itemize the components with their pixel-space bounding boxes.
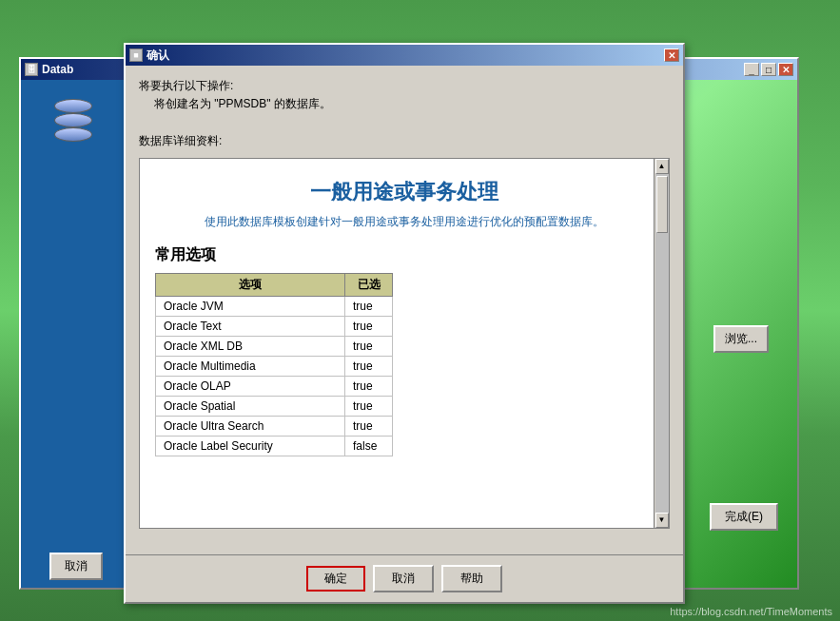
dialog-close-button[interactable]: ✕ [664,49,679,62]
dialog-titlebar: ■ 确认 ✕ [126,45,683,66]
db-stack [54,99,102,156]
table-row: Oracle Spatialtrue [156,396,393,416]
main-subtitle: 使用此数据库模板创建针对一般用途或事务处理用途进行优化的预配置数据库。 [155,214,654,230]
option-name: Oracle Label Security [156,436,345,456]
scroll-up-arrow[interactable]: ▲ [655,159,669,174]
dialog-title: 确认 [147,48,169,64]
database-icon [49,99,107,175]
option-selected: true [345,396,393,416]
option-selected: false [345,436,393,456]
scrollbar-track [655,174,669,513]
scrollbar-thumb[interactable] [656,176,668,233]
bg-minimize-button[interactable]: _ [744,63,759,76]
table-row: Oracle Label Securityfalse [156,436,393,456]
option-name: Oracle XML DB [156,336,345,356]
col-selected-header: 已选 [345,273,393,296]
scroll-content: 一般用途或事务处理 使用此数据库模板创建针对一般用途或事务处理用途进行优化的预配… [140,159,669,528]
option-name: Oracle Multimedia [156,356,345,376]
table-row: Oracle Ultra Searchtrue [156,416,393,436]
bg-close-button[interactable]: ✕ [778,63,793,76]
bg-left-panel [21,80,135,588]
option-name: Oracle JVM [156,296,345,316]
main-title: 一般用途或事务处理 [155,178,654,206]
browse-button[interactable]: 浏览... [713,325,769,353]
dialog-footer: 确定 取消 帮助 [126,554,683,602]
table-row: Oracle JVMtrue [156,296,393,316]
bg-window-icon: 🗄 [25,63,38,76]
option-selected: true [345,316,393,336]
option-name: Oracle OLAP [156,376,345,396]
dialog-title-icon: ■ [129,49,143,62]
confirm-dialog: ■ 确认 ✕ 将要执行以下操作: 将创建名为 "PPMSDB" 的数据库。 数据… [124,43,685,604]
confirm-button[interactable]: 确定 [306,566,365,592]
option-selected: true [345,416,393,436]
table-row: Oracle XML DBtrue [156,336,393,356]
finish-button[interactable]: 完成(E) [710,503,778,531]
option-selected: true [345,336,393,356]
intro-line3: 数据库详细资料: [139,132,670,150]
bg-cancel-button[interactable]: 取消 [49,553,103,580]
watermark: https://blog.csdn.net/TimeMoments [670,606,832,617]
section-title: 常用选项 [155,245,654,265]
db-cylinder-2 [54,113,92,127]
col-option-header: 选项 [156,273,345,296]
bg-window-title: Datab [42,63,73,76]
db-cylinder-3 [54,127,92,142]
scrollbar[interactable]: ▲ ▼ [654,159,669,528]
option-name: Oracle Text [156,316,345,336]
help-button[interactable]: 帮助 [441,565,502,592]
table-row: Oracle Multimediatrue [156,356,393,376]
db-cylinder-1 [54,99,92,113]
intro-line1: 将要执行以下操作: [139,77,670,95]
option-name: Oracle Ultra Search [156,416,345,436]
dialog-intro-text: 将要执行以下操作: 将创建名为 "PPMSDB" 的数据库。 数据库详细资料: [139,77,670,150]
scrollable-content-area: 一般用途或事务处理 使用此数据库模板创建针对一般用途或事务处理用途进行优化的预配… [139,158,670,529]
bg-maximize-button[interactable]: □ [761,63,776,76]
dialog-content: 将要执行以下操作: 将创建名为 "PPMSDB" 的数据库。 数据库详细资料: … [126,66,683,554]
intro-line2: 将创建名为 "PPMSDB" 的数据库。 [139,95,670,113]
option-selected: true [345,376,393,396]
option-selected: true [345,356,393,376]
table-row: Oracle Texttrue [156,316,393,336]
option-selected: true [345,296,393,316]
table-row: Oracle OLAPtrue [156,376,393,396]
scroll-down-arrow[interactable]: ▼ [655,513,669,528]
option-name: Oracle Spatial [156,396,345,416]
cancel-button[interactable]: 取消 [373,565,434,592]
options-table: 选项 已选 Oracle JVMtrueOracle TexttrueOracl… [155,273,393,456]
